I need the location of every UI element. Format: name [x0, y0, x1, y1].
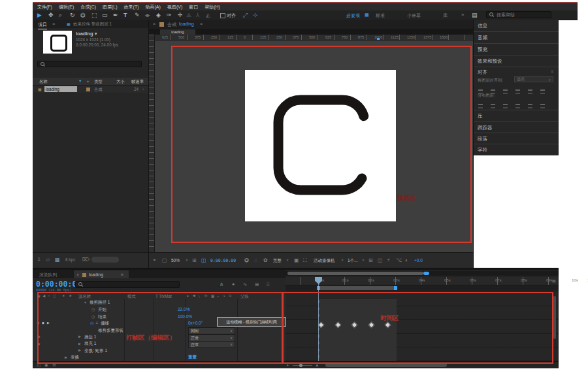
- axis-mode-view-icon[interactable]: ◭: [206, 12, 210, 18]
- sidebar-section-info[interactable]: 信息: [474, 20, 559, 32]
- resolution-caret-icon[interactable]: ∨: [286, 258, 289, 262]
- sidebar-section-paragraph[interactable]: 段落: [474, 133, 559, 144]
- project-flowchart-pill[interactable]: [91, 257, 119, 263]
- current-timecode[interactable]: 0:00:00:00: [36, 280, 81, 289]
- view-layout-caret-icon[interactable]: ∨: [362, 258, 365, 262]
- grid-options-icon[interactable]: ⊞: [368, 257, 373, 263]
- comp-ruler-horizontal[interactable]: 625 500 375 250 125 0 125 250 375 500 62…: [154, 35, 474, 40]
- toggle-modes-icon[interactable]: ◉: [44, 362, 48, 368]
- show-snapshot-icon[interactable]: ⌂: [254, 257, 257, 263]
- twirl-icon[interactable]: ▶: [78, 342, 81, 345]
- workspace-libraries[interactable]: 库: [443, 12, 448, 19]
- align-vcenter-icon[interactable]: [527, 89, 533, 94]
- trkmat-column-label[interactable]: T TrkMat: [155, 294, 172, 298]
- sort-arrow-icon[interactable]: ▼: [78, 79, 82, 83]
- pixel-aspect-icon[interactable]: ◫: [378, 257, 383, 263]
- timeline-ruler[interactable]: 0s 01s 02s 03s 04s 05s 06s 07s 08s 09s 1…: [286, 277, 559, 285]
- menu-edit[interactable]: 编辑(E): [59, 4, 74, 10]
- capture-panel-icon[interactable]: ▤: [472, 12, 478, 18]
- switch-motion-blur-icon[interactable]: ▦: [211, 294, 214, 298]
- exposure-value[interactable]: +0.0: [414, 258, 423, 263]
- workspace-small-screen[interactable]: 小屏幕: [407, 12, 421, 19]
- property-group-trim-paths[interactable]: 修剪路径 1: [90, 300, 110, 306]
- distribute-bottom-icon[interactable]: [502, 103, 508, 108]
- comp-marker-button[interactable]: ▤: [552, 278, 556, 283]
- target-region-icon[interactable]: ▣: [294, 257, 299, 263]
- transparency-grid-icon[interactable]: ⛶: [303, 257, 307, 264]
- menu-help[interactable]: 帮助(H): [204, 4, 220, 10]
- distribute-top-icon[interactable]: [478, 103, 483, 108]
- comp-timecode[interactable]: 0:00:00:00: [210, 258, 236, 263]
- project-row-name-cell[interactable]: loading: [44, 86, 77, 92]
- trim-multiple-shapes-dropdown[interactable]: 同时 ∨: [188, 327, 235, 334]
- rotate-tool-icon[interactable]: ↻: [70, 12, 75, 18]
- comp-tab-menu-icon[interactable]: ≡: [200, 22, 203, 26]
- clone-stamp-tool-icon[interactable]: ⌯: [145, 12, 150, 19]
- sidebar-section-libraries[interactable]: 库: [474, 110, 559, 122]
- eye-icon[interactable]: ◉: [37, 342, 40, 345]
- chart-icon[interactable]: ⊞: [255, 281, 259, 287]
- show-channel-icon[interactable]: ✿: [263, 257, 268, 263]
- zoom-fit-icon[interactable]: ⤢: [243, 12, 248, 19]
- comp-tab-name[interactable]: loading: [179, 22, 194, 26]
- timeline-settings-icon[interactable]: ⚙: [52, 362, 56, 368]
- channels-icon[interactable]: ◓: [153, 257, 156, 263]
- property-start[interactable]: 开始: [98, 307, 106, 313]
- tab-timeline-loading[interactable]: × loading ≡: [73, 270, 129, 278]
- menu-view[interactable]: 视图(V): [167, 4, 182, 10]
- property-group-stroke[interactable]: 描边 1: [84, 334, 96, 340]
- twirl-icon[interactable]: ▶: [78, 348, 81, 352]
- close-tab-icon[interactable]: ×: [153, 22, 155, 26]
- align-right-icon[interactable]: [502, 89, 508, 94]
- snapshot-icon[interactable]: ⏣: [244, 257, 249, 263]
- pen-tool-icon[interactable]: ✒: [113, 12, 118, 18]
- property-group-transform-rect[interactable]: 变换: 矩形 1: [84, 348, 107, 354]
- timeline-zoom-slider-knob[interactable]: [299, 364, 302, 367]
- sidebar-section-effects-presets[interactable]: 效果和预设: [474, 55, 559, 67]
- tab-effect-controls[interactable]: 效果控件 形状图层 1: [73, 22, 112, 27]
- twirl-icon[interactable]: ▶: [78, 334, 81, 338]
- new-folder-icon[interactable]: ▱: [46, 257, 50, 263]
- interpret-footage-icon[interactable]: ⇩: [37, 257, 41, 263]
- distribute-left-icon[interactable]: [515, 103, 521, 108]
- roto-brush-tool-icon[interactable]: ✑: [167, 12, 172, 18]
- menu-animation[interactable]: 动画(A): [146, 4, 161, 10]
- grid-guides-icon[interactable]: ⊹: [253, 12, 258, 18]
- close-tab-icon[interactable]: ×: [76, 272, 79, 277]
- snap-checkbox[interactable]: [220, 13, 225, 18]
- magnification-caret-icon[interactable]: ∨: [186, 258, 188, 262]
- playhead-line[interactable]: [318, 277, 319, 361]
- column-name[interactable]: 名称: [39, 79, 48, 85]
- column-type[interactable]: 类型: [94, 79, 103, 85]
- twirl-icon[interactable]: ▶: [65, 355, 67, 359]
- sidebar-section-tracker[interactable]: 跟踪器: [474, 121, 559, 133]
- brackets-icon[interactable]: ⌻: [267, 281, 270, 288]
- work-area-bar[interactable]: [319, 286, 396, 290]
- pan-behind-tool-icon[interactable]: ⬚: [91, 12, 97, 18]
- axis-mode-local-icon[interactable]: ⟁: [186, 12, 191, 19]
- resolution-grid-icon[interactable]: ⊞: [192, 257, 197, 263]
- draft-3d-icon[interactable]: ✦: [231, 281, 235, 287]
- snap-label[interactable]: 对齐: [227, 12, 236, 19]
- workspace-overflow-chevrons[interactable]: »: [461, 12, 464, 18]
- graph-editor-icon[interactable]: ∿: [243, 281, 247, 287]
- menu-composition[interactable]: 合成(C): [80, 4, 96, 10]
- property-start-value[interactable]: 22.0%: [178, 307, 189, 312]
- view-layout-dropdown[interactable]: 1个...: [348, 258, 358, 264]
- menu-window[interactable]: 窗口: [189, 4, 198, 10]
- timeline-vscroll-thumb[interactable]: [553, 296, 556, 339]
- fill-blend-mode-dropdown[interactable]: 正常 ∨: [188, 341, 235, 348]
- sidebar-section-audio[interactable]: 音频: [474, 31, 559, 44]
- timeline-zoom-slider-track[interactable]: [293, 365, 312, 366]
- help-search-box[interactable]: 搜索帮助: [486, 11, 551, 18]
- stopwatch-icon[interactable]: ◷: [91, 307, 95, 312]
- comp-ruler-vertical[interactable]: [149, 35, 155, 252]
- property-offset-value[interactable]: 0x+0.0°: [188, 321, 203, 325]
- eye-icon[interactable]: ◉: [37, 334, 40, 338]
- tab-project[interactable]: 项目: [38, 22, 47, 29]
- region-of-interest-icon[interactable]: ◫: [201, 257, 206, 263]
- comp-viewer[interactable]: [155, 40, 474, 252]
- stopwatch-active-icon[interactable]: ◷: [90, 321, 93, 325]
- timeline-search-box[interactable]: [75, 281, 180, 288]
- axis-mode-world-icon[interactable]: ⅄: [196, 12, 200, 18]
